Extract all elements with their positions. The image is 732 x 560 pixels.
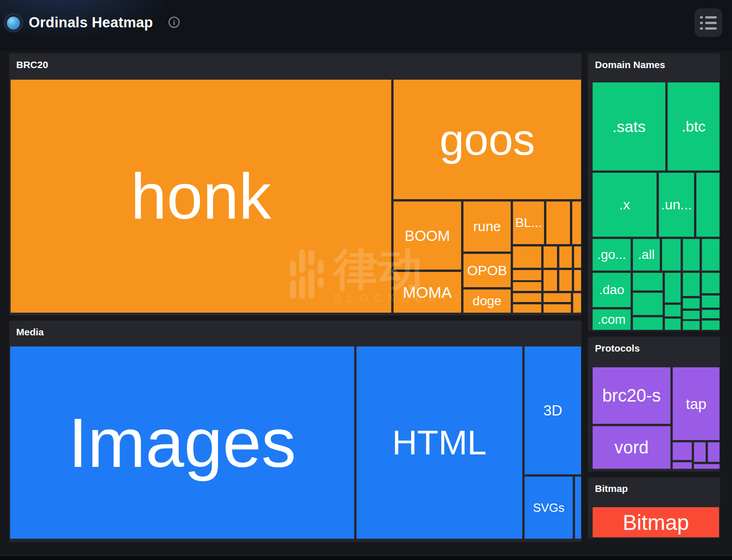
treemap-cell[interactable]	[544, 246, 557, 268]
treemap-cell-bl[interactable]: BL...	[513, 201, 544, 244]
treemap-cell[interactable]	[513, 246, 541, 268]
section-title-protocols: Protocols	[595, 343, 640, 354]
treemap-cell-btc[interactable]: .btc	[668, 82, 719, 170]
treemap-cell[interactable]	[683, 311, 700, 319]
treemap-cell-svgs[interactable]: SVGs	[525, 477, 573, 539]
top-bar: Ordinals Heatmap i	[0, 0, 732, 51]
treemap-cell[interactable]	[702, 296, 719, 308]
treemap-cell-honk[interactable]: honk	[11, 80, 391, 313]
treemap-cell[interactable]	[673, 442, 692, 460]
treemap-cell[interactable]	[702, 321, 719, 330]
treemap-cell[interactable]	[665, 305, 681, 316]
treemap-cell[interactable]	[702, 239, 719, 271]
treemap-cell[interactable]	[559, 246, 572, 268]
treemap-cell-rune[interactable]: rune	[463, 201, 511, 252]
treemap-cell-brc20-s[interactable]: brc20-s	[593, 367, 670, 424]
treemap-cell-go[interactable]: .go...	[593, 239, 631, 271]
treemap-cell[interactable]	[544, 293, 571, 302]
section-title-domain-names: Domain Names	[595, 59, 665, 70]
treemap-cell-x[interactable]: .x	[593, 173, 657, 237]
treemap-cell[interactable]	[633, 273, 663, 290]
treemap-cell-sats[interactable]: .sats	[593, 82, 665, 170]
treemap-cell[interactable]	[513, 282, 541, 291]
treemap-cell-dao[interactable]: .dao	[593, 273, 631, 307]
treemap-cell[interactable]	[544, 304, 571, 313]
treemap-cell[interactable]	[559, 270, 572, 291]
treemap-cell[interactable]	[513, 270, 541, 280]
treemap-cell[interactable]	[702, 310, 719, 318]
treemap-cell[interactable]	[633, 317, 663, 330]
treemap-cell-un[interactable]: .un...	[659, 173, 694, 237]
treemap-cell-doge[interactable]: doge	[463, 289, 511, 313]
treemap-cell[interactable]	[574, 270, 581, 291]
section-title-brc20: BRC20	[16, 59, 48, 70]
treemap-cell[interactable]	[665, 319, 681, 330]
treemap-cell[interactable]	[513, 293, 541, 302]
blue-orb-icon	[7, 17, 20, 30]
treemap-cell-all[interactable]: .all	[633, 239, 660, 271]
treemap-cell[interactable]	[665, 273, 681, 302]
treemap-cell[interactable]	[694, 464, 719, 469]
treemap-cell-com[interactable]: .com	[593, 309, 631, 330]
treemap-cell[interactable]	[513, 304, 541, 313]
treemap-cell-images[interactable]: Images	[10, 346, 354, 539]
section-title-media: Media	[16, 327, 44, 338]
treemap-cell-vord[interactable]: vord	[593, 426, 670, 469]
info-icon[interactable]: i	[169, 17, 180, 28]
ordinals-heatmap-app: Ordinals Heatmap i BRC20honkgoosBOOMMOMA…	[0, 0, 732, 560]
section-bitmap: BitmapBitmap	[588, 477, 720, 538]
treemap-cell-boom[interactable]: BOOM	[394, 201, 461, 270]
treemap-cell[interactable]	[708, 442, 719, 462]
treemap-cell[interactable]	[683, 321, 700, 330]
treemap-cell[interactable]	[696, 173, 719, 237]
treemap-cell[interactable]	[683, 273, 700, 296]
treemap-cell[interactable]	[702, 273, 719, 293]
treemap-cell[interactable]	[683, 298, 700, 308]
treemap-cell[interactable]	[575, 477, 581, 539]
treemap-cell[interactable]	[546, 201, 570, 244]
treemap-cell-bitmap[interactable]: Bitmap	[593, 507, 719, 537]
treemap-cell[interactable]	[544, 270, 557, 291]
bottom-edge	[0, 555, 732, 560]
treemap-cell-3d[interactable]: 3D	[525, 346, 581, 474]
treemap-cell-opob[interactable]: OPOB	[463, 254, 511, 287]
list-menu-icon	[700, 16, 717, 19]
treemap-cell-goos[interactable]: goos	[394, 80, 581, 199]
treemap-cell-html[interactable]: HTML	[357, 346, 522, 539]
treemap-cell[interactable]	[673, 462, 692, 469]
section-media: MediaImagesHTML3DSVGs	[9, 321, 582, 542]
treemap-cell-tap[interactable]: tap	[673, 367, 719, 440]
treemap-cell[interactable]	[694, 442, 706, 462]
treemap-cell[interactable]	[683, 239, 700, 271]
treemap-cell[interactable]	[574, 246, 581, 268]
treemap-cell[interactable]	[572, 201, 581, 244]
menu-button[interactable]	[694, 8, 722, 37]
treemap-cell[interactable]	[662, 239, 681, 271]
section-protocols: Protocolsbrc20-svordtap	[588, 337, 720, 472]
section-domain-names: Domain Names.sats.btc.x.un....go....all.…	[588, 53, 720, 331]
section-title-bitmap: Bitmap	[595, 483, 628, 494]
page-title: Ordinals Heatmap	[29, 14, 153, 31]
treemap-cell[interactable]	[633, 293, 663, 315]
treemap-cell[interactable]	[573, 293, 581, 313]
treemap-cell-moma[interactable]: MOMA	[394, 272, 461, 313]
section-brc20: BRC20honkgoosBOOMMOMAruneOPOBdogeBL...	[9, 53, 582, 315]
app-logo-icon	[4, 13, 23, 32]
